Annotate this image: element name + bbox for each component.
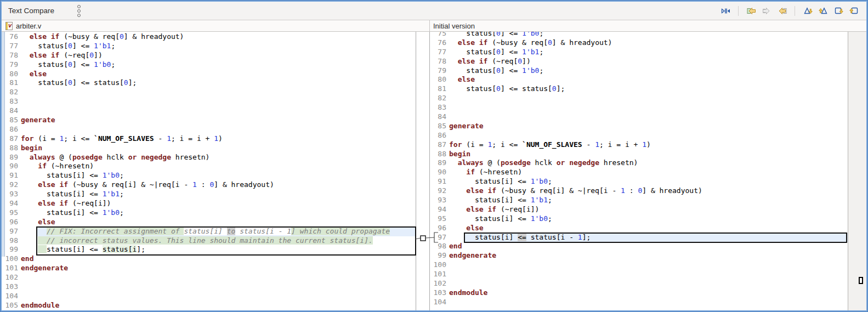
- code-line-row: 99 status[i] <= status[i];: [2, 245, 416, 254]
- code-line[interactable]: status[0] <= 1'b1;: [21, 42, 416, 51]
- line-number: 77: [430, 48, 446, 57]
- code-line[interactable]: status[i] <= status[i];: [21, 245, 416, 254]
- next-change-icon[interactable]: [833, 6, 843, 16]
- code-line[interactable]: [449, 112, 848, 122]
- compare-toolbar: [721, 6, 866, 16]
- code-line[interactable]: [449, 94, 848, 103]
- copy-right-to-left-icon[interactable]: [777, 6, 787, 16]
- line-number: 104: [2, 292, 18, 301]
- code-line[interactable]: else if (~req[i]): [449, 205, 848, 214]
- previous-change-icon[interactable]: [849, 6, 859, 16]
- code-line-row: 103endmodule: [430, 288, 848, 298]
- code-line[interactable]: if (~hresetn): [449, 168, 848, 177]
- code-line[interactable]: always @ (posedge hclk or negedge hreset…: [449, 158, 848, 168]
- code-line[interactable]: else if (~req[0]): [449, 57, 848, 66]
- code-line[interactable]: status[i] <= 1'b0;: [21, 208, 416, 218]
- text-compare-window: Text Compare: [0, 0, 868, 312]
- code-line[interactable]: for (i = 1; i <= `NUM_OF_SLAVES - 1; i =…: [21, 134, 416, 144]
- code-line[interactable]: begin: [449, 150, 848, 159]
- code-line[interactable]: endgenerate: [21, 264, 416, 273]
- code-line[interactable]: else: [21, 218, 416, 227]
- right-code-pane[interactable]: 75 status[0] <= 1'b0;76 else if (~busy &…: [429, 32, 848, 310]
- code-line-row: 86: [2, 125, 416, 134]
- code-line[interactable]: [21, 273, 416, 282]
- code-line[interactable]: [21, 292, 416, 301]
- code-line[interactable]: [449, 270, 848, 279]
- code-line-row: 94 else if (~req[i]): [430, 205, 848, 214]
- code-line[interactable]: begin: [21, 144, 416, 153]
- code-line[interactable]: status[0] <= 1'b0;: [449, 66, 848, 76]
- line-number: 102: [2, 273, 18, 282]
- code-line[interactable]: endmodule: [21, 301, 416, 310]
- code-line[interactable]: status[i] <= 1'b0;: [449, 177, 848, 186]
- line-number: 88: [430, 150, 446, 159]
- code-line[interactable]: else if (~busy & req[0] & hreadyout): [21, 32, 416, 42]
- code-line[interactable]: generate: [449, 122, 848, 131]
- code-line[interactable]: [21, 125, 416, 134]
- line-number: 80: [430, 75, 446, 84]
- code-line-row: 89 always @ (posedge hclk or negedge hre…: [430, 158, 848, 168]
- code-line[interactable]: status[0] <= 1'b1;: [449, 48, 848, 57]
- view-menu-icon[interactable]: [77, 5, 81, 17]
- code-line-row: 90 if (~hresetn): [430, 168, 848, 177]
- code-line[interactable]: // FIX: Incorrect assignment of status[i…: [21, 227, 416, 236]
- swap-left-right-icon[interactable]: [721, 6, 730, 16]
- next-difference-icon[interactable]: [803, 6, 813, 16]
- code-line[interactable]: status[i] <= status[i - 1];: [449, 233, 848, 242]
- code-line[interactable]: endmodule: [449, 288, 848, 298]
- code-line-row: 82: [2, 88, 416, 97]
- code-line[interactable]: status[i] <= 1'b1;: [449, 196, 848, 205]
- copy-all-right-to-left-icon[interactable]: [746, 6, 756, 16]
- code-line[interactable]: [21, 88, 416, 97]
- code-line[interactable]: else if (~req[i]): [21, 199, 416, 208]
- code-line[interactable]: [21, 97, 416, 106]
- code-line[interactable]: [449, 279, 848, 288]
- code-line[interactable]: [21, 282, 416, 292]
- code-line-row: 103: [2, 282, 416, 292]
- code-line[interactable]: generate: [21, 116, 416, 125]
- code-line[interactable]: if (~hresetn): [21, 162, 416, 171]
- code-line[interactable]: [449, 298, 848, 307]
- code-line-row: 77 status[0] <= 1'b1;: [430, 48, 848, 57]
- code-line-row: 96 else: [2, 218, 416, 227]
- code-line[interactable]: for (i = 1; i <= `NUM_OF_SLAVES - 1; i =…: [449, 140, 848, 150]
- code-line[interactable]: status[0] <= 1'b0;: [449, 32, 848, 38]
- code-line[interactable]: [449, 260, 848, 270]
- code-line-row: 99endgenerate: [430, 251, 848, 260]
- code-line[interactable]: end: [21, 254, 416, 264]
- code-line[interactable]: endgenerate: [449, 251, 848, 260]
- code-line[interactable]: status[0] <= status[0];: [21, 78, 416, 88]
- code-line[interactable]: [449, 131, 848, 140]
- code-line[interactable]: else if (~busy & req[i] & ~|req[i - 1 : …: [21, 180, 416, 190]
- line-number: 86: [430, 131, 446, 140]
- code-line[interactable]: status[i] <= 1'b0;: [21, 171, 416, 180]
- code-line[interactable]: always @ (posedge hclk or negedge hreset…: [21, 153, 416, 162]
- code-line[interactable]: [449, 103, 848, 112]
- code-line-row: 76 else if (~busy & req[0] & hreadyout): [2, 32, 416, 42]
- line-number: 79: [430, 66, 446, 76]
- code-line-row: 82: [430, 94, 848, 103]
- copy-left-to-right-icon[interactable]: [762, 6, 771, 16]
- code-line[interactable]: status[i] <= 1'b0;: [449, 214, 848, 224]
- code-line[interactable]: status[0] <= status[0];: [449, 84, 848, 94]
- diff-connector-handle: [421, 236, 426, 241]
- code-line[interactable]: else if (~req[0]): [21, 51, 416, 60]
- code-line[interactable]: else: [21, 70, 416, 79]
- code-line-row: 97 status[i] <= status[i - 1];: [430, 233, 848, 242]
- code-line-row: 95 status[i] <= 1'b0;: [430, 214, 848, 224]
- code-line[interactable]: end: [449, 242, 848, 251]
- code-line[interactable]: [21, 106, 416, 116]
- code-line-row: 88begin: [2, 144, 416, 153]
- code-line[interactable]: else if (~busy & req[0] & hreadyout): [449, 38, 848, 48]
- code-line[interactable]: // incorrect status values. This line sh…: [21, 236, 416, 246]
- code-line[interactable]: status[0] <= 1'b0;: [21, 60, 416, 70]
- previous-difference-icon[interactable]: [818, 6, 828, 16]
- code-line[interactable]: else: [449, 75, 848, 84]
- code-line-row: 86: [430, 131, 848, 140]
- overview-diff-marker[interactable]: [859, 277, 863, 284]
- code-line[interactable]: else: [449, 224, 848, 233]
- code-line[interactable]: status[i] <= 1'b1;: [21, 190, 416, 199]
- left-code-pane[interactable]: 76 else if (~busy & req[0] & hreadyout)7…: [2, 32, 416, 310]
- overview-ruler[interactable]: [848, 32, 866, 310]
- code-line[interactable]: else if (~busy & req[i] & ~|req[i - 1 : …: [449, 186, 848, 196]
